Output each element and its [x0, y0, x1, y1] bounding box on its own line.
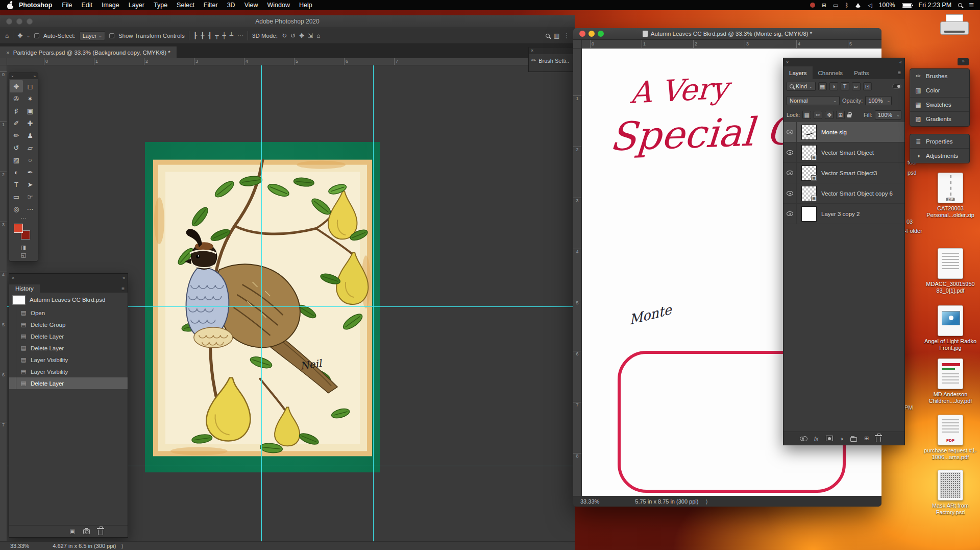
close-icon[interactable]: ×: [786, 60, 789, 65]
workspace-icon[interactable]: ▥: [554, 32, 559, 39]
filter-type-layers-icon[interactable]: T: [841, 82, 849, 90]
desktop-icon-angel-jpg[interactable]: Angel of Light Radko Front.jpg: [922, 305, 979, 351]
menu-item[interactable]: Image: [97, 0, 124, 10]
frame-tool[interactable]: ▣: [23, 105, 37, 117]
printer-icon[interactable]: [940, 14, 969, 39]
spotlight-icon[interactable]: [958, 3, 962, 7]
opacity-dropdown[interactable]: 100%⌄: [865, 96, 892, 105]
history-state[interactable]: ▤Layer Visibility: [9, 366, 128, 377]
new-document-from-state-icon[interactable]: ▣: [70, 528, 75, 535]
align-icon[interactable]: ┨: [208, 32, 211, 39]
layer-thumbnail[interactable]: ▦: [801, 165, 817, 181]
menu-bar-clock[interactable]: Fri 2:23 PM: [919, 2, 952, 9]
minimize-button[interactable]: [16, 18, 22, 25]
battery-icon[interactable]: [902, 3, 912, 8]
foreground-color-swatch[interactable]: [14, 224, 23, 233]
align-icon[interactable]: ┯: [215, 32, 218, 39]
layer-visibility-toggle[interactable]: [783, 142, 797, 163]
tab-layers[interactable]: Layers: [783, 66, 813, 79]
desktop-icon-mdanderson-pdf[interactable]: MD Anderson Children...Joy.pdf: [922, 358, 979, 404]
layer-row-layer3-copy2[interactable]: Layer 3 copy 2: [783, 204, 904, 224]
main-canvas-area[interactable]: Neil ×» ✥◻✇✶♯▣✐✚✏♟↺▱▨○◐✒T➤▭☞◎⋯ ⋯ ◨ ◱: [7, 65, 575, 541]
filter-smart-objects-icon[interactable]: ⊡: [863, 82, 872, 90]
status-chevron-icon[interactable]: ⟩: [121, 543, 123, 549]
type-tool[interactable]: T: [10, 178, 23, 190]
tab-paths[interactable]: Paths: [848, 66, 874, 79]
pen-tool[interactable]: ✒: [23, 166, 37, 178]
history-source-box[interactable]: [9, 307, 16, 319]
layer-thumbnail[interactable]: ▦: [801, 145, 817, 160]
mode-3d-icon[interactable]: ✥: [299, 32, 304, 39]
vertical-ruler[interactable]: 01234567: [0, 65, 7, 541]
close-icon[interactable]: ×: [6, 50, 10, 56]
history-state[interactable]: ▤Layer Visibility: [9, 354, 128, 366]
vertical-ruler[interactable]: 12345678: [573, 49, 582, 496]
vertical-guide[interactable]: [261, 65, 262, 541]
shape-tool[interactable]: ▭: [10, 190, 23, 203]
document-tab[interactable]: × Partridge Pears.psd @ 33.3% (Backgroun…: [0, 46, 177, 58]
apple-menu-icon[interactable]: [7, 2, 14, 9]
panel-button-brushes[interactable]: ✑ Brushes: [910, 69, 969, 83]
eyedropper-tool[interactable]: ✐: [10, 117, 23, 129]
layer-row-vector-smart-object-copy6[interactable]: ▦ Vector Smart Object copy 6: [783, 183, 904, 204]
ruler-origin[interactable]: [0, 58, 7, 65]
new-snapshot-icon[interactable]: [83, 529, 90, 534]
layer-visibility-toggle[interactable]: [783, 183, 797, 204]
kind-filter-dropdown[interactable]: Kind⌄: [787, 82, 816, 91]
close-button[interactable]: [6, 18, 12, 25]
show-transform-checkbox[interactable]: [109, 33, 114, 38]
hand-tool[interactable]: ☞: [23, 190, 37, 203]
close-icon[interactable]: ×: [11, 74, 14, 79]
link-layers-icon[interactable]: [800, 437, 804, 441]
mode-3d-icon[interactable]: ⇲: [308, 32, 313, 39]
align-icon[interactable]: ┠: [193, 32, 197, 39]
filter-pixel-layers-icon[interactable]: ▦: [818, 82, 827, 90]
menu-item[interactable]: Type: [149, 0, 172, 10]
history-state[interactable]: ▤Delete Layer: [9, 330, 128, 342]
main-window-titlebar[interactable]: Adobe Photoshop 2020: [0, 15, 575, 28]
panel-button-gradients[interactable]: ▨ Gradients: [910, 112, 969, 126]
bluetooth-icon[interactable]: ᛒ: [845, 2, 848, 8]
menu-item[interactable]: Select: [172, 0, 199, 10]
panel-options-icon[interactable]: ⋮: [564, 32, 570, 39]
clone-stamp-tool[interactable]: ♟: [23, 129, 37, 141]
crop-tool[interactable]: ♯: [10, 105, 23, 117]
lock-transparency-icon[interactable]: ▦: [802, 111, 811, 119]
close-button[interactable]: [579, 31, 585, 37]
dodge-tool[interactable]: ◐: [10, 166, 23, 178]
search-icon[interactable]: [546, 34, 550, 38]
blur-tool[interactable]: ○: [23, 154, 37, 166]
horizontal-ruler[interactable]: 012345: [582, 40, 881, 49]
layer-row-vector-smart-object[interactable]: ▦ Vector Smart Object: [783, 142, 904, 163]
grid-icon[interactable]: ⊞: [822, 2, 826, 9]
marquee-tool[interactable]: ◻: [23, 80, 37, 92]
zoom-level[interactable]: 33.33%: [573, 498, 599, 505]
history-panel-header[interactable]: ×«: [9, 274, 128, 281]
layer-thumbnail[interactable]: [801, 125, 817, 140]
panel-button-color[interactable]: ▥ Color: [910, 83, 969, 98]
menu-item[interactable]: 3D: [223, 0, 240, 10]
healing-brush-tool[interactable]: ✚: [23, 117, 37, 129]
history-source-box[interactable]: [9, 366, 16, 377]
quick-selection-tool[interactable]: ✶: [23, 92, 37, 105]
tab-history[interactable]: History: [9, 284, 40, 293]
align-icon[interactable]: ┿: [223, 32, 226, 39]
tools-palette-header[interactable]: ×»: [9, 73, 38, 79]
menu-item[interactable]: View: [240, 0, 263, 10]
history-source-box[interactable]: [9, 354, 16, 366]
add-layer-mask-icon[interactable]: [826, 436, 833, 441]
doc2-titlebar[interactable]: Autumn Leaves CC Bkrd.psd @ 33.3% (Monte…: [573, 28, 881, 40]
minimize-button[interactable]: [589, 31, 595, 37]
delete-state-icon[interactable]: [98, 530, 103, 535]
dock-collapse-chip[interactable]: »: [958, 58, 969, 65]
move-tool-icon[interactable]: ✥: [17, 32, 22, 39]
edit-toolbar[interactable]: ⋯: [23, 203, 37, 215]
panel-menu-icon[interactable]: ≡: [894, 66, 904, 79]
history-source-box[interactable]: [9, 342, 16, 354]
lock-all-icon[interactable]: [847, 114, 851, 117]
panel-button-swatches[interactable]: ▦ Swatches: [910, 98, 969, 112]
new-group-icon[interactable]: [850, 437, 857, 442]
move-tool[interactable]: ✥: [10, 80, 23, 92]
ruler-origin[interactable]: [573, 40, 582, 49]
menu-item[interactable]: File: [57, 0, 77, 10]
